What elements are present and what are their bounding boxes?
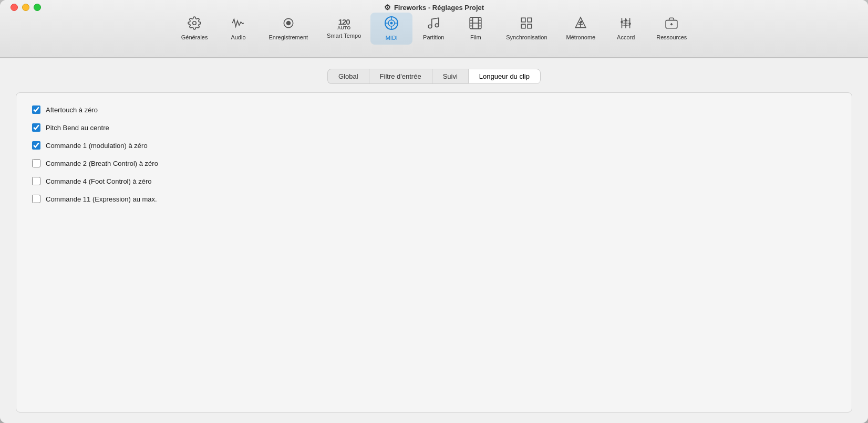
toolbar-item-film[interactable]: Film — [454, 13, 497, 44]
title-bar: ⚙ Fireworks - Réglages Projet Générales — [0, 0, 868, 58]
title-text: Fireworks - Réglages Projet — [394, 4, 484, 12]
checkbox-commande11[interactable] — [32, 195, 40, 203]
toolbar-item-generales[interactable]: Générales — [172, 13, 218, 44]
checkbox-pitch-bend-label: Pitch Bend au centre — [46, 124, 109, 132]
resources-icon — [665, 16, 678, 32]
notes-icon — [427, 16, 440, 32]
checkbox-row-commande1[interactable]: Commande 1 (modulation) à zéro — [32, 141, 836, 150]
checkbox-row-pitch-bend[interactable]: Pitch Bend au centre — [32, 123, 836, 132]
tab-longueur-clip[interactable]: Longueur du clip — [468, 69, 541, 84]
tab-suivi[interactable]: Suivi — [432, 69, 468, 84]
toolbar-item-smart-tempo[interactable]: 120 AUTO Smart Tempo — [317, 15, 370, 43]
window-title: ⚙ Fireworks - Réglages Projet — [384, 3, 484, 12]
smart-tempo-label: Smart Tempo — [327, 33, 361, 39]
svg-point-28 — [581, 20, 583, 22]
partition-label: Partition — [423, 34, 444, 41]
minimize-button[interactable] — [22, 4, 29, 11]
toolbar-item-accord[interactable]: Accord — [605, 13, 647, 44]
metronome-icon — [574, 16, 587, 32]
window-controls — [11, 4, 41, 11]
midi-icon — [384, 16, 399, 33]
ressources-label: Ressources — [656, 34, 687, 41]
tab-bar: Global Filtre d'entrée Suivi Longueur du… — [16, 69, 852, 84]
checkbox-commande4-label: Commande 4 (Foot Control) à zéro — [46, 177, 152, 185]
accord-label: Accord — [617, 34, 635, 41]
svg-rect-21 — [528, 18, 532, 22]
chord-icon — [619, 16, 633, 32]
checkbox-commande2[interactable] — [32, 159, 40, 167]
svg-rect-23 — [522, 24, 526, 28]
close-button[interactable] — [11, 4, 18, 11]
film-label: Film — [470, 34, 481, 41]
checkbox-commande1-label: Commande 1 (modulation) à zéro — [46, 142, 148, 150]
toolbar-item-midi[interactable]: MIDI — [370, 13, 412, 45]
checkbox-aftertouch[interactable] — [32, 105, 40, 114]
sync-icon — [520, 16, 533, 32]
title-icon: ⚙ — [384, 3, 391, 12]
audio-label: Audio — [231, 34, 245, 41]
synchronisation-label: Synchronisation — [506, 34, 547, 41]
checkbox-commande2-label: Commande 2 (Breath Control) à zéro — [46, 160, 158, 167]
generales-label: Générales — [181, 34, 208, 41]
toolbar-item-ressources[interactable]: Ressources — [647, 13, 696, 44]
gear-icon — [188, 16, 201, 32]
checkbox-row-commande4[interactable]: Commande 4 (Foot Control) à zéro — [32, 177, 836, 185]
svg-point-10 — [429, 25, 432, 28]
main-panel: Aftertouch à zéro Pitch Bend au centre C… — [16, 92, 852, 413]
svg-point-36 — [625, 19, 627, 21]
svg-point-9 — [390, 22, 393, 25]
checkbox-aftertouch-label: Aftertouch à zéro — [46, 106, 98, 114]
film-icon — [469, 16, 482, 32]
checkbox-commande11-label: Commande 11 (Expression) au max. — [46, 195, 157, 203]
record-icon — [282, 16, 295, 32]
maximize-button[interactable] — [34, 4, 41, 11]
svg-point-35 — [621, 21, 623, 23]
checkbox-row-commande2[interactable]: Commande 2 (Breath Control) à zéro — [32, 159, 836, 167]
svg-rect-22 — [528, 24, 532, 28]
midi-label: MIDI — [386, 35, 398, 41]
toolbar: Générales Audio Enreg — [11, 7, 857, 45]
metronome-label: Métronome — [566, 34, 596, 41]
svg-point-2 — [286, 21, 291, 26]
checkbox-pitch-bend[interactable] — [32, 123, 40, 132]
toolbar-item-metronome[interactable]: Métronome — [557, 13, 605, 44]
checkbox-list: Aftertouch à zéro Pitch Bend au centre C… — [32, 105, 836, 203]
svg-point-37 — [629, 23, 631, 25]
waveform-icon — [231, 16, 245, 32]
svg-point-0 — [193, 22, 197, 25]
enregistrement-label: Enregistrement — [268, 34, 308, 41]
checkbox-row-aftertouch[interactable]: Aftertouch à zéro — [32, 105, 836, 114]
toolbar-item-audio[interactable]: Audio — [217, 13, 259, 44]
main-window: ⚙ Fireworks - Réglages Projet Générales — [0, 0, 868, 423]
smart-tempo-icon: 120 AUTO — [337, 18, 350, 30]
tab-filtre-entree[interactable]: Filtre d'entrée — [369, 69, 432, 84]
toolbar-item-enregistrement[interactable]: Enregistrement — [259, 13, 317, 44]
tab-global[interactable]: Global — [327, 69, 369, 84]
svg-rect-20 — [522, 18, 526, 22]
toolbar-item-synchronisation[interactable]: Synchronisation — [497, 13, 556, 44]
checkbox-row-commande11[interactable]: Commande 11 (Expression) au max. — [32, 195, 836, 203]
checkbox-commande1[interactable] — [32, 141, 40, 150]
content-area: Global Filtre d'entrée Suivi Longueur du… — [0, 58, 868, 423]
svg-point-11 — [436, 24, 439, 27]
toolbar-item-partition[interactable]: Partition — [412, 13, 454, 44]
checkbox-commande4[interactable] — [32, 177, 40, 185]
